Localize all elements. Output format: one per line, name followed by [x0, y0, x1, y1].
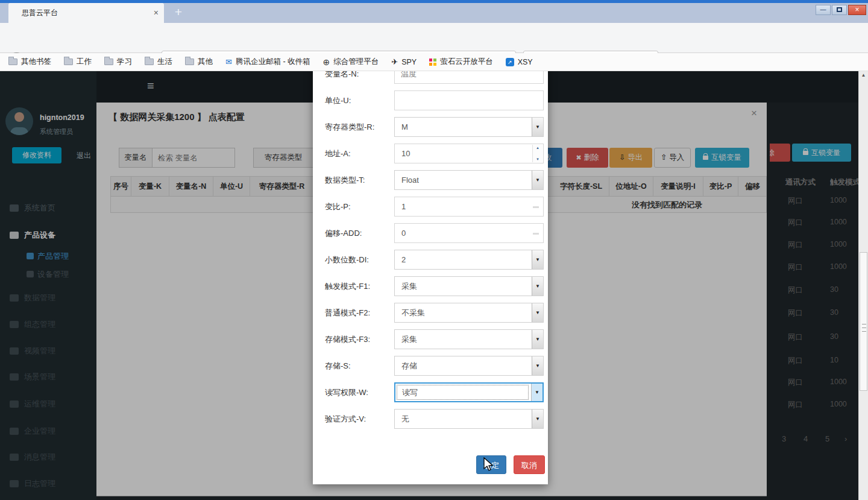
folder-icon: [185, 59, 194, 65]
spin-up-icon[interactable]: ▲: [533, 146, 542, 150]
dropdown-arrow-icon[interactable]: ▼: [531, 384, 542, 401]
globe-icon: ⊕: [323, 57, 330, 67]
maximize-icon: [837, 7, 842, 12]
trigger-mode-select[interactable]: 采集▼: [394, 276, 544, 296]
scrollbar-thumb[interactable]: [860, 252, 867, 391]
dropdown-arrow-icon[interactable]: ▼: [532, 356, 543, 375]
new-tab-button[interactable]: +: [170, 3, 187, 21]
bookmark-folder-study[interactable]: 学习: [104, 57, 132, 67]
variable-name-input[interactable]: [394, 71, 544, 84]
window-minimize-button[interactable]: —: [816, 5, 831, 15]
normal-mode-select[interactable]: 不采集▼: [394, 303, 544, 323]
scroll-up-arrow-icon[interactable]: ▲: [859, 71, 868, 80]
offset-input[interactable]: 0: [394, 223, 544, 243]
bookmarks-bar: 其他书签 工作 学习 生活 其他 ✉腾讯企业邮箱 - 收件箱 ⊕综合管理平台 ✈…: [0, 53, 868, 71]
bookmark-folder-other[interactable]: 其他书签: [8, 57, 51, 67]
folder-icon: [64, 59, 73, 65]
bookmark-folder-work[interactable]: 工作: [64, 57, 92, 67]
rw-permission-select[interactable]: 读写▼: [394, 382, 544, 402]
bookmark-tencent-mail[interactable]: ✉腾讯企业邮箱 - 收件箱: [225, 57, 310, 67]
number-spinner[interactable]: ▲▼: [532, 145, 542, 162]
unit-input[interactable]: [394, 90, 544, 110]
data-type-select[interactable]: Float▼: [394, 170, 544, 190]
bookmark-xsy[interactable]: ↗XSY: [506, 58, 533, 66]
dropdown-arrow-icon[interactable]: ▼: [532, 250, 543, 269]
mouse-cursor: [482, 457, 494, 472]
window-close-button[interactable]: ×: [848, 5, 866, 15]
disabled-spinner-dash: [533, 233, 539, 235]
window-maximize-button[interactable]: [832, 5, 847, 15]
address-number-input[interactable]: 10 ▲▼: [394, 144, 544, 163]
verify-mode-select[interactable]: 无▼: [394, 409, 544, 429]
dropdown-arrow-icon[interactable]: ▼: [532, 303, 543, 322]
disabled-spinner-dash: [533, 206, 539, 208]
dropdown-arrow-icon[interactable]: ▼: [532, 277, 543, 296]
browser-tab[interactable]: 思普云平台 ×: [8, 3, 164, 23]
bookmark-folder-life[interactable]: 生活: [145, 57, 172, 67]
point-config-modal: 变量名-N: 单位-U: 寄存器类型-R: M▼ 地址-A: 10 ▲▼ 数据类…: [313, 71, 548, 484]
screen: 思普云平台 × + — × ← → ↻ ⌂ iot.idosp.net/admi…: [0, 0, 868, 500]
storage-select[interactable]: 存储▼: [394, 356, 544, 376]
tab-title: 思普云平台: [22, 3, 58, 23]
folder-icon: [104, 59, 113, 65]
tab-close-icon[interactable]: ×: [154, 3, 159, 23]
spin-down-icon[interactable]: ▼: [533, 157, 542, 161]
arrow-square-icon: ↗: [506, 58, 514, 66]
page-viewport: hignton2019 系统管理员 修改资料 退出 系统首页 产品设备 产品管理…: [0, 71, 868, 500]
page-scrollbar[interactable]: ▲: [858, 71, 868, 500]
cancel-button[interactable]: 取消: [514, 455, 545, 474]
nav-toolbar: ← → ↻ ⌂ iot.idosp.net/admin/index.html?l…: [0, 23, 868, 53]
storage-mode-select[interactable]: 采集▼: [394, 329, 544, 349]
decimals-select[interactable]: 2▼: [394, 250, 544, 270]
folder-icon: [145, 59, 154, 65]
register-type-select[interactable]: M▼: [394, 117, 544, 137]
ratio-input[interactable]: 1: [394, 197, 544, 217]
titlebar: 思普云平台 × + — ×: [0, 0, 868, 23]
dropdown-arrow-icon[interactable]: ▼: [532, 171, 543, 189]
mail-icon: ✉: [225, 57, 232, 66]
dropdown-arrow-icon[interactable]: ▼: [532, 410, 543, 428]
dropdown-arrow-icon[interactable]: ▼: [532, 330, 543, 349]
plane-icon: ✈: [391, 57, 398, 66]
bookmark-spy[interactable]: ✈SPY: [391, 57, 417, 66]
dropdown-arrow-icon[interactable]: ▼: [532, 118, 543, 136]
bookmark-ys7[interactable]: 萤石云开放平台: [429, 57, 493, 67]
folder-icon: [8, 59, 17, 65]
bookmark-mgmt-platform[interactable]: ⊕综合管理平台: [323, 57, 379, 67]
bookmark-folder-misc[interactable]: 其他: [185, 57, 213, 67]
grid-logo-icon: [429, 59, 436, 66]
